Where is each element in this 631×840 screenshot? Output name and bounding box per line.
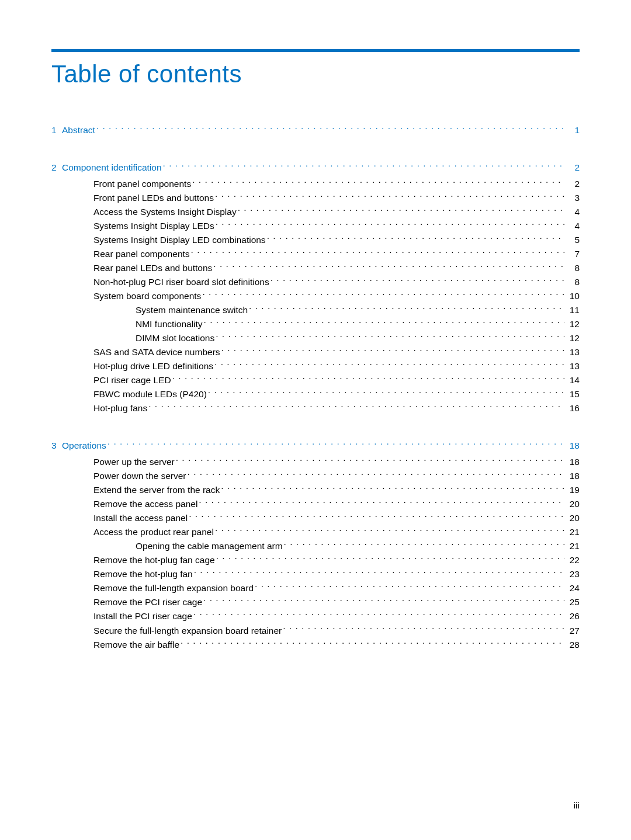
dot-leader (172, 374, 564, 384)
entry-label: Access the Systems Insight Display (93, 205, 237, 219)
dot-leader (176, 456, 564, 466)
dot-leader (194, 568, 564, 578)
dot-leader (192, 178, 564, 188)
toc-entry-row[interactable]: Systems Insight Display LED combinations… (51, 233, 580, 247)
entry-page: 22 (566, 553, 580, 567)
entry-page: 13 (566, 359, 580, 373)
entry-page: 21 (566, 539, 580, 553)
toc-entry-row[interactable]: Front panel LEDs and buttons3 (51, 191, 580, 205)
entry-label: Power down the server (93, 469, 186, 483)
dot-leader (189, 512, 564, 522)
toc-section: 3Operations18Power up the server18Power … (51, 439, 580, 651)
chapter-page: 18 (566, 439, 580, 453)
toc-entry-row[interactable]: Systems Insight Display LEDs4 (51, 219, 580, 233)
entry-label: Install the PCI riser cage (93, 609, 192, 623)
dot-leader (215, 526, 564, 536)
toc-entry-row[interactable]: Remove the hot-plug fan23 (51, 567, 580, 581)
entry-label: Non-hot-plug PCI riser board slot defini… (93, 275, 269, 289)
toc-entry-row[interactable]: Secure the full-length expansion board r… (51, 624, 580, 638)
entry-page: 4 (566, 219, 580, 233)
toc-entry-row[interactable]: Rear panel LEDs and buttons8 (51, 261, 580, 275)
toc-entry-row[interactable]: Access the Systems Insight Display4 (51, 205, 580, 219)
dot-leader (213, 262, 564, 272)
toc-entry-row[interactable]: SAS and SATA device numbers13 (51, 345, 580, 359)
entry-label: Front panel LEDs and buttons (93, 191, 214, 205)
toc-entry-row[interactable]: FBWC module LEDs (P420)15 (51, 387, 580, 401)
entry-page: 23 (566, 567, 580, 581)
toc-entry-row[interactable]: Remove the PCI riser cage25 (51, 595, 580, 609)
dot-leader (181, 638, 564, 648)
entry-label: Systems Insight Display LEDs (93, 219, 214, 233)
toc-entry-row[interactable]: Install the access panel20 (51, 511, 580, 525)
toc-entry-row[interactable]: Hot-plug drive LED definitions13 (51, 359, 580, 373)
toc-chapter-row[interactable]: 3Operations18 (51, 439, 580, 453)
toc-entry-row[interactable]: NMI functionality12 (51, 317, 580, 331)
dot-leader (199, 498, 564, 508)
toc-entry-row[interactable]: PCI riser cage LED14 (51, 373, 580, 387)
entry-page: 15 (566, 387, 580, 401)
chapter-number: 2 (51, 161, 62, 175)
toc-entry-row[interactable]: Power up the server18 (51, 455, 580, 469)
entry-label: NMI functionality (136, 317, 203, 331)
entry-page: 18 (566, 469, 580, 483)
entry-page: 5 (566, 233, 580, 247)
entry-label: Power up the server (93, 455, 175, 469)
entry-page: 10 (566, 289, 580, 303)
entry-page: 19 (566, 483, 580, 497)
entry-label: Front panel components (93, 177, 191, 191)
toc-entry-row[interactable]: System maintenance switch11 (51, 303, 580, 317)
dot-leader (283, 624, 564, 634)
entry-label: SAS and SATA device numbers (93, 345, 220, 359)
entry-label: Remove the full-length expansion board (93, 581, 254, 595)
toc-entry-row[interactable]: DIMM slot locations12 (51, 331, 580, 345)
toc-chapter-row[interactable]: 2Component identification2 (51, 161, 580, 175)
entry-page: 20 (566, 497, 580, 511)
document-page: Table of contents 1Abstract12Component i… (0, 0, 631, 840)
toc-entry-row[interactable]: Install the PCI riser cage26 (51, 609, 580, 623)
dot-leader (221, 484, 564, 494)
toc-entry-row[interactable]: Remove the hot-plug fan cage22 (51, 553, 580, 567)
entry-page: 3 (566, 191, 580, 205)
entry-label: DIMM slot locations (136, 331, 214, 345)
toc-chapter-row[interactable]: 1Abstract1 (51, 123, 580, 137)
dot-leader (216, 554, 564, 564)
dot-leader (214, 360, 564, 370)
toc-entry-row[interactable]: Opening the cable management arm21 (51, 539, 580, 553)
entry-page: 12 (566, 317, 580, 331)
entry-label: Remove the hot-plug fan cage (93, 553, 215, 567)
toc-entry-row[interactable]: Front panel components2 (51, 177, 580, 191)
chapter-label: Abstract (62, 123, 95, 137)
entry-page: 2 (566, 177, 580, 191)
entry-page: 16 (566, 401, 580, 415)
entry-label: Remove the air baffle (93, 638, 179, 652)
toc-section: 1Abstract1 (51, 123, 580, 137)
toc-entry-row[interactable]: System board components10 (51, 289, 580, 303)
toc-entry-row[interactable]: Power down the server18 (51, 469, 580, 483)
entry-page: 18 (566, 455, 580, 469)
dot-leader (238, 206, 564, 216)
entry-page: 7 (566, 247, 580, 261)
toc-entry-row[interactable]: Remove the air baffle28 (51, 638, 580, 652)
toc-entry-row[interactable]: Hot-plug fans16 (51, 401, 580, 415)
entry-page: 14 (566, 373, 580, 387)
page-number: iii (574, 800, 580, 811)
entry-label: Remove the PCI riser cage (93, 595, 202, 609)
top-rule (51, 49, 580, 52)
toc-entry-row[interactable]: Remove the full-length expansion board24 (51, 581, 580, 595)
entry-page: 8 (566, 275, 580, 289)
entry-label: Remove the access panel (93, 497, 197, 511)
toc-entry-row[interactable]: Access the product rear panel21 (51, 525, 580, 539)
entry-page: 13 (566, 345, 580, 359)
toc-entry-row[interactable]: Rear panel components7 (51, 247, 580, 261)
entry-label: Secure the full-length expansion board r… (93, 624, 282, 638)
toc-section: 2Component identification2Front panel co… (51, 161, 580, 415)
dot-leader (267, 234, 564, 244)
dot-leader (216, 332, 564, 342)
toc-entry-row[interactable]: Remove the access panel20 (51, 497, 580, 511)
toc-entry-row[interactable]: Non-hot-plug PCI riser board slot defini… (51, 275, 580, 289)
entry-page: 4 (566, 205, 580, 219)
toc-entry-row[interactable]: Extend the server from the rack19 (51, 483, 580, 497)
entry-page: 20 (566, 511, 580, 525)
dot-leader (202, 290, 564, 300)
dot-leader (148, 402, 564, 412)
